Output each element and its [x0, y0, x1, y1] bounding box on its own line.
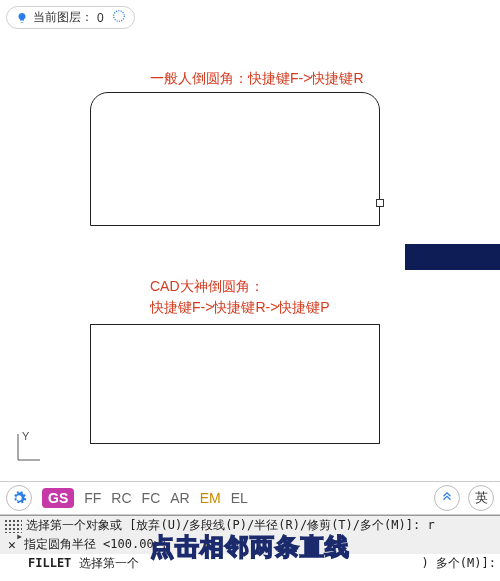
- console-line2: 指定圆角半径 <100.00>:: [24, 536, 168, 553]
- settings-gear-icon[interactable]: [6, 485, 32, 511]
- annotation-bottom-line1: CAD大神倒圆角：: [150, 278, 264, 294]
- side-panel-strip: [405, 244, 500, 270]
- svg-point-0: [113, 11, 124, 22]
- chevron-right-icon: ▸: [16, 529, 23, 543]
- annotation-top: 一般人倒圆角：快捷键F->快捷键R: [150, 68, 364, 89]
- chevron-up-icon[interactable]: [434, 485, 460, 511]
- shortcut-el[interactable]: EL: [231, 490, 248, 506]
- shortcut-fc[interactable]: FC: [142, 490, 161, 506]
- layer-expand-icon[interactable]: [112, 9, 126, 26]
- ucs-y-label: Y: [22, 430, 30, 442]
- layer-label: 当前图层：: [33, 9, 93, 26]
- selection-handle[interactable]: [376, 199, 384, 207]
- bulb-icon: [15, 11, 29, 25]
- rect-shape[interactable]: [90, 324, 380, 444]
- annotation-bottom: CAD大神倒圆角： 快捷键F->快捷键R->快捷键P: [150, 276, 330, 318]
- command-toolbar: GS FF RC FC AR EM EL 英: [0, 481, 500, 515]
- ime-toggle[interactable]: 英: [468, 485, 494, 511]
- shortcut-em[interactable]: EM: [200, 490, 221, 506]
- layer-selector[interactable]: 当前图层： 0: [6, 6, 135, 29]
- ucs-indicator: Y: [12, 430, 42, 468]
- layer-value: 0: [97, 11, 104, 25]
- console-line3-tail: ) 多个(M)]:: [421, 555, 496, 572]
- shortcut-ar[interactable]: AR: [170, 490, 189, 506]
- rounded-rect-shape[interactable]: [90, 92, 380, 226]
- video-caption: 点击相邻两条直线: [150, 531, 350, 563]
- console-input-value: r: [427, 518, 434, 532]
- gs-badge[interactable]: GS: [42, 488, 74, 508]
- shortcut-rc[interactable]: RC: [111, 490, 131, 506]
- annotation-bottom-line2: 快捷键F->快捷键R->快捷键P: [150, 299, 330, 315]
- shortcut-ff[interactable]: FF: [84, 490, 101, 506]
- console-line3: FILLET 选择第一个: [28, 555, 139, 572]
